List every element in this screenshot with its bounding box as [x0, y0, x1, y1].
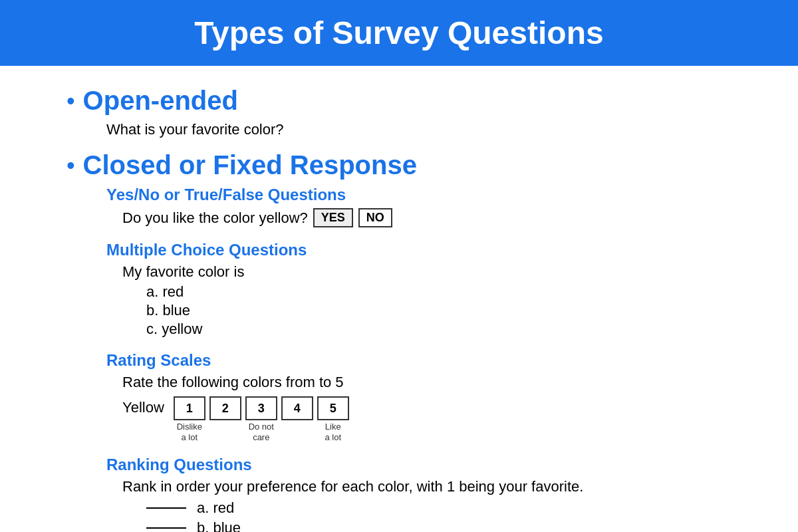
rank-blank-1 [146, 507, 186, 509]
rating-box-2-wrap: 2 [209, 396, 241, 422]
open-ended-section: • Open-ended What is your favorite color… [66, 86, 758, 138]
bullet-dot-open: • [66, 89, 75, 113]
list-item: b. blue [146, 302, 758, 319]
rating-row-label: Yellow [122, 396, 164, 416]
rating-box-3[interactable]: 3 [245, 396, 277, 420]
rating-box-5-wrap: 5 Likea lot [317, 396, 349, 442]
open-ended-example: What is your favorite color? [106, 121, 758, 138]
rating-row: Yellow 1 Dislikea lot 2 3 Do notcare 4 [122, 396, 758, 442]
rating-box-5[interactable]: 5 [317, 396, 349, 420]
list-item: a. red [146, 283, 758, 301]
rating-scales-section: Rating Scales Rate the following colors … [106, 351, 758, 442]
rating-scales-intro: Rate the following colors from to 5 [122, 374, 758, 391]
rating-caption-1: Dislikea lot [177, 422, 202, 442]
rank-option-1: a. red [197, 499, 234, 517]
rating-box-4-wrap: 4 [281, 396, 313, 422]
closed-section: • Closed or Fixed Response Yes/No or Tru… [66, 150, 758, 532]
ranking-intro: Rank in order your preference for each c… [122, 478, 758, 495]
page-header: Types of Survey Questions [0, 0, 798, 66]
rating-box-1[interactable]: 1 [174, 396, 205, 420]
rank-blank-2 [146, 527, 186, 529]
main-content: • Open-ended What is your favorite color… [0, 66, 798, 532]
yes-no-heading: Yes/No or True/False Questions [106, 186, 758, 204]
rank-option-2: b. blue [197, 519, 241, 532]
multiple-choice-question: My favorite color is [122, 263, 758, 281]
rating-scales-heading: Rating Scales [106, 351, 758, 370]
yes-no-section: Yes/No or True/False Questions Do you li… [106, 186, 758, 227]
ranking-options: a. red b. blue c. yellow [146, 499, 758, 532]
closed-heading: • Closed or Fixed Response [66, 150, 758, 180]
rating-box-3-wrap: 3 Do notcare [245, 396, 277, 442]
bullet-dot-closed: • [66, 154, 75, 178]
open-ended-label: Open-ended [83, 86, 238, 116]
yes-no-row: Do you like the color yellow? YES NO [122, 208, 758, 227]
page-title: Types of Survey Questions [194, 15, 603, 51]
rating-caption-5: Likea lot [325, 422, 342, 442]
no-button[interactable]: NO [358, 208, 392, 227]
rating-box-1-wrap: 1 Dislikea lot [174, 396, 205, 442]
list-item: a. red [146, 499, 758, 517]
ranking-section: Ranking Questions Rank in order your pre… [106, 456, 758, 532]
yes-button[interactable]: YES [313, 208, 353, 227]
list-item: b. blue [146, 519, 758, 532]
multiple-choice-options: a. red b. blue c. yellow [146, 283, 758, 338]
ranking-heading: Ranking Questions [106, 456, 758, 474]
open-ended-heading: • Open-ended [66, 86, 758, 116]
rating-box-2[interactable]: 2 [209, 396, 241, 420]
list-item: c. yellow [146, 321, 758, 338]
yes-no-question: Do you like the color yellow? [122, 209, 308, 227]
rating-caption-3: Do notcare [249, 422, 274, 442]
multiple-choice-section: Multiple Choice Questions My favorite co… [106, 241, 758, 338]
multiple-choice-heading: Multiple Choice Questions [106, 241, 758, 259]
closed-label: Closed or Fixed Response [83, 150, 417, 180]
rating-box-4[interactable]: 4 [281, 396, 313, 420]
